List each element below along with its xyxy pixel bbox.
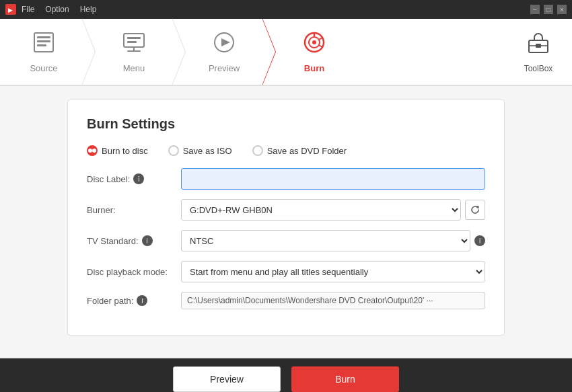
svg-rect-4 xyxy=(37,40,50,42)
radio-save-dvd-folder-circle xyxy=(252,145,263,156)
svg-rect-21 xyxy=(536,44,541,48)
radio-save-dvd-folder-label: Save as DVD Folder xyxy=(267,146,347,156)
svg-line-17 xyxy=(319,38,322,40)
nav-arrow-2 xyxy=(172,18,186,85)
card-title: Burn Settings xyxy=(87,116,485,132)
burner-select-wrapper: G:DVD+-RW GHB0N xyxy=(181,199,485,221)
radio-save-dvd-folder[interactable]: Save as DVD Folder xyxy=(252,145,347,156)
disc-label-info-icon[interactable]: i xyxy=(133,173,144,184)
preview-nav-label: Preview xyxy=(209,63,240,73)
toolbar: Source Menu xyxy=(0,19,572,86)
disc-playback-label: Disc playback mode: xyxy=(87,267,181,277)
svg-rect-6 xyxy=(124,34,144,47)
tv-standard-select[interactable]: NTSC PAL xyxy=(181,230,470,251)
app-icon: ▶ xyxy=(5,4,16,15)
radio-save-iso[interactable]: Save as ISO xyxy=(168,145,232,156)
svg-text:▶: ▶ xyxy=(8,7,13,13)
tv-standard-info-icon[interactable]: i xyxy=(142,235,153,246)
radio-burn-disc[interactable]: Burn to disc xyxy=(87,145,148,156)
disc-label-input[interactable]: My Disc xyxy=(181,168,485,190)
close-button[interactable]: × xyxy=(557,5,567,14)
radio-save-iso-label: Save as ISO xyxy=(183,146,232,156)
preview-icon xyxy=(212,30,236,59)
tv-standard-row: TV Standard: i NTSC PAL i xyxy=(87,230,485,251)
folder-path-row: Folder path: i C:\Users\admin\Documents\… xyxy=(87,292,485,309)
radio-burn-disc-circle xyxy=(87,145,98,156)
svg-point-15 xyxy=(312,40,316,44)
tv-standard-select-wrapper: NTSC PAL i xyxy=(181,230,485,251)
menu-bar: File Option Help xyxy=(22,5,525,14)
radio-save-iso-circle xyxy=(168,145,179,156)
main-content: Burn Settings Burn to disc Save as ISO S… xyxy=(0,86,572,358)
menu-option[interactable]: Option xyxy=(45,5,69,14)
burner-select[interactable]: G:DVD+-RW GHB0N xyxy=(181,199,461,221)
svg-rect-9 xyxy=(127,37,141,39)
burn-icon xyxy=(302,30,326,59)
nav-preview[interactable]: Preview xyxy=(187,18,261,85)
nav-menu[interactable]: Menu xyxy=(97,18,171,85)
nav-items: Source Menu xyxy=(7,18,511,85)
disc-label-control: My Disc xyxy=(181,168,485,190)
disc-playback-row: Disc playback mode: Start from menu and … xyxy=(87,261,485,282)
burn-settings-card: Burn Settings Burn to disc Save as ISO S… xyxy=(67,100,505,336)
burner-refresh-button[interactable] xyxy=(465,200,485,220)
nav-arrow-1 xyxy=(82,18,96,85)
bottom-action-bar: Preview Burn xyxy=(0,358,572,392)
source-icon xyxy=(32,30,56,59)
toolbox-label: ToolBox xyxy=(524,64,553,73)
svg-rect-10 xyxy=(127,41,137,43)
svg-line-18 xyxy=(319,45,322,47)
svg-marker-12 xyxy=(221,38,230,46)
folder-path-label: Folder path: i xyxy=(87,295,181,306)
window-controls: − □ × xyxy=(530,5,567,14)
nav-source[interactable]: Source xyxy=(7,18,81,85)
toolbox-icon xyxy=(526,31,550,60)
radio-burn-disc-label: Burn to disc xyxy=(102,146,148,156)
disc-playback-control: Start from menu and play all titles sequ… xyxy=(181,261,485,282)
menu-nav-icon xyxy=(122,30,146,59)
disc-label-row: Disc Label: i My Disc xyxy=(87,168,485,190)
preview-button[interactable]: Preview xyxy=(173,366,281,392)
nav-toolbox[interactable]: ToolBox xyxy=(511,18,565,85)
nav-burn[interactable]: Burn xyxy=(277,18,351,85)
disc-label-label: Disc Label: i xyxy=(87,173,181,184)
folder-path-info-icon[interactable]: i xyxy=(137,295,147,306)
tv-standard-label: TV Standard: i xyxy=(87,235,181,246)
maximize-button[interactable]: □ xyxy=(544,5,553,14)
folder-path-value: C:\Users\admin\Documents\Wondershare DVD… xyxy=(181,292,485,309)
title-bar: ▶ File Option Help − □ × xyxy=(0,0,572,19)
menu-help[interactable]: Help xyxy=(80,5,97,14)
menu-nav-label: Menu xyxy=(123,63,145,73)
minimize-button[interactable]: − xyxy=(530,5,540,14)
burn-button[interactable]: Burn xyxy=(291,366,399,392)
svg-rect-3 xyxy=(37,36,50,38)
source-label: Source xyxy=(30,63,57,73)
menu-file[interactable]: File xyxy=(22,5,34,14)
tv-standard-extra-info-icon[interactable]: i xyxy=(474,235,485,246)
burner-label: Burner: xyxy=(87,205,181,215)
svg-rect-5 xyxy=(37,44,46,46)
radio-group: Burn to disc Save as ISO Save as DVD Fol… xyxy=(87,145,485,156)
disc-playback-select[interactable]: Start from menu and play all titles sequ… xyxy=(181,261,485,282)
nav-arrow-3 xyxy=(262,18,276,85)
burn-nav-label: Burn xyxy=(304,63,324,73)
burner-row: Burner: G:DVD+-RW GHB0N xyxy=(87,199,485,221)
svg-rect-7 xyxy=(127,50,141,52)
